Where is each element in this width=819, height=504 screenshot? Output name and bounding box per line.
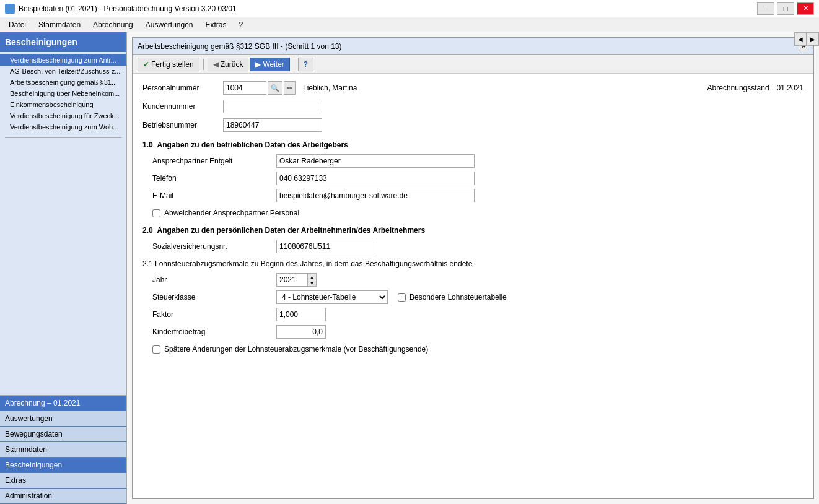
spinner-down-button[interactable]: ▼ [308, 280, 316, 286]
betriebsnummer-label: Betriebsnummer [142, 121, 223, 129]
arrow-right-icon: ▶ [255, 60, 261, 69]
sidebar-item-einkommensbescheinigung[interactable]: Einkommensbescheinigung [0, 99, 126, 110]
section2-header: 2.0 Angaben zu den persönlichen Daten de… [142, 226, 804, 235]
sidebar-item-verdienstbescheinigung-zweck[interactable]: Verdienstbescheinigung für Zweck... [0, 110, 126, 121]
abweichender-checkbox-row: Abweichender Ansprechpartner Personal [152, 209, 804, 217]
sozialversicherung-input[interactable] [276, 240, 375, 253]
sozialversicherung-row: Sozialversicherungsnr. [152, 240, 804, 253]
email-input[interactable] [276, 189, 475, 202]
sidebar-header: Bescheinigungen [0, 32, 126, 52]
zurueck-button[interactable]: ◀ Zurück [208, 58, 249, 71]
section1-header: 1.0 Angaben zu den betrieblichen Daten d… [142, 141, 804, 149]
nav-arrows: ◀ ▶ [794, 32, 819, 46]
personalnummer-label: Personalnummer [142, 84, 223, 92]
toolbar-separator-2 [294, 59, 294, 70]
spaetere-aenderungen-label: Spätere Änderungen der Lohnsteuerabzugsm… [164, 345, 428, 354]
steuerklasse-select[interactable]: 4 - Lohnsteuer-Tabelle 1 - Lohnsteuer-Ta… [276, 290, 388, 304]
personalnummer-search-button[interactable]: 🔍 [268, 81, 282, 95]
menu-extras[interactable]: Extras [199, 19, 233, 30]
ansprechpartner-label: Ansprechpartner Entgelt [152, 157, 276, 165]
sidebar-item-verdienstbescheinigung-antrag[interactable]: Verdienstbescheinigung zum Antr... [0, 54, 126, 66]
jahr-input[interactable] [277, 274, 308, 286]
title-bar-controls: − □ ✕ [757, 2, 814, 15]
form-content: Personalnummer 🔍 ✏ Lieblich, Martina Abr… [133, 74, 813, 498]
help-icon: ? [304, 60, 308, 69]
sidebar-bottom: Abrechnung – 01.2021 Auswertungen Bewegu… [0, 395, 126, 504]
section1-content: Ansprechpartner Entgelt Telefon E-Mail [152, 154, 804, 217]
sozialversicherung-label: Sozialversicherungsnr. [152, 242, 276, 251]
bottom-item-bescheinigungen[interactable]: Bescheinigungen [0, 458, 126, 473]
sidebar-item-verdienstbescheinigung-woh[interactable]: Verdienstbescheinigung zum Woh... [0, 121, 126, 133]
besondere-lohnsteuer-group: Besondere Lohnsteuertabelle [398, 293, 507, 302]
spinner-buttons: ▲ ▼ [308, 274, 316, 286]
bottom-item-abrechnung[interactable]: Abrechnung – 01.2021 [0, 396, 126, 411]
dialog: Arbeitsbescheinigung gemäß §312 SGB III … [132, 37, 814, 499]
main-layout: Bescheinigungen Verdienstbescheinigung z… [0, 32, 819, 504]
sidebar-item-ag-besch[interactable]: AG-Besch. von Teilzeit/Zuschuss z... [0, 66, 126, 77]
nav-next-button[interactable]: ▶ [807, 32, 819, 46]
fertig-stellen-label: Fertig stellen [151, 60, 194, 69]
telefon-input[interactable] [276, 172, 475, 185]
bottom-item-auswertungen[interactable]: Auswertungen [0, 411, 126, 427]
section21-label: 2.1 Lohnsteuerabzugsmerkmale zu Beginn d… [142, 259, 804, 268]
section1-label: Angaben zu den betrieblichen Daten des A… [157, 141, 348, 149]
telefon-row: Telefon [152, 172, 804, 185]
title-bar: Beispieldaten (01.2021) - Personalabrech… [0, 0, 819, 17]
kundennummer-input[interactable] [223, 100, 322, 113]
maximize-button[interactable]: □ [777, 2, 794, 15]
check-icon: ✔ [143, 60, 149, 69]
menu-hilfe[interactable]: ? [233, 19, 250, 30]
close-button[interactable]: ✕ [797, 2, 814, 15]
menu-bar: Datei Stammdaten Abrechnung Auswertungen… [0, 17, 819, 32]
email-row: E-Mail [152, 189, 804, 202]
personalnummer-edit-button[interactable]: ✏ [284, 81, 296, 95]
help-button[interactable]: ? [298, 58, 313, 71]
abrechnungsstand-label: Abrechnungsstand [707, 84, 769, 92]
faktor-input[interactable] [276, 308, 326, 321]
spaetere-aenderungen-checkbox[interactable] [152, 345, 160, 354]
weiter-label: Weiter [263, 60, 284, 69]
title-bar-text: Beispieldaten (01.2021) - Personalabrech… [19, 4, 237, 13]
jahr-row: Jahr ▲ ▼ [152, 273, 804, 287]
menu-auswertungen[interactable]: Auswertungen [139, 19, 199, 30]
menu-abrechnung[interactable]: Abrechnung [87, 19, 139, 30]
bottom-item-stammdaten[interactable]: Stammdaten [0, 442, 126, 458]
betriebsnummer-row: Betriebsnummer [142, 118, 804, 132]
steuerklasse-row: Steuerklasse 4 - Lohnsteuer-Tabelle 1 - … [152, 290, 804, 304]
sidebar-item-nebeneinkom[interactable]: Bescheinigung über Nebeneinkom... [0, 88, 126, 99]
betriebsnummer-input[interactable] [223, 118, 322, 132]
spinner-up-button[interactable]: ▲ [308, 274, 316, 280]
section21-content: Jahr ▲ ▼ Steuerklasse 4 [152, 273, 804, 354]
title-bar-left: Beispieldaten (01.2021) - Personalabrech… [5, 4, 237, 14]
sidebar-item-arbeitsbescheinigung[interactable]: Arbeitsbescheinigung gemäß §31... [0, 77, 126, 88]
bottom-item-extras[interactable]: Extras [0, 473, 126, 489]
weiter-button[interactable]: ▶ Weiter [250, 58, 289, 71]
dialog-toolbar: ✔ Fertig stellen ◀ Zurück ▶ Weiter ? [133, 55, 813, 74]
nav-prev-button[interactable]: ◀ [794, 32, 807, 46]
bottom-item-bewegungsdaten[interactable]: Bewegungsdaten [0, 427, 126, 442]
faktor-row: Faktor [152, 308, 804, 321]
jahr-spinner[interactable]: ▲ ▼ [276, 273, 317, 287]
kinderfreibetrag-input[interactable] [276, 325, 326, 339]
app-icon [5, 4, 15, 14]
kundennummer-label: Kundennummer [142, 102, 223, 111]
personalnummer-input[interactable] [223, 81, 266, 95]
faktor-label: Faktor [152, 310, 276, 319]
ansprechpartner-input[interactable] [276, 154, 475, 168]
abweichender-checkbox[interactable] [152, 209, 160, 217]
steuerklasse-label: Steuerklasse [152, 293, 276, 302]
besondere-lohnsteuertabelle-checkbox[interactable] [398, 293, 406, 302]
sidebar-divider [5, 137, 121, 138]
menu-stammdaten[interactable]: Stammdaten [32, 19, 87, 30]
telefon-label: Telefon [152, 174, 276, 183]
abweichender-label: Abweichender Ansprechpartner Personal [164, 209, 299, 217]
email-label: E-Mail [152, 191, 276, 200]
personalnummer-row: Personalnummer 🔍 ✏ Lieblich, Martina Abr… [142, 81, 804, 95]
bottom-item-administration[interactable]: Administration [0, 489, 126, 504]
sidebar-header-label: Bescheinigungen [5, 37, 77, 47]
fertig-stellen-button[interactable]: ✔ Fertig stellen [138, 58, 199, 71]
person-name: Lieblich, Martina [303, 84, 357, 92]
minimize-button[interactable]: − [757, 2, 774, 15]
kinderfreibetrag-row: Kinderfreibetrag [152, 325, 804, 339]
menu-datei[interactable]: Datei [2, 19, 32, 30]
